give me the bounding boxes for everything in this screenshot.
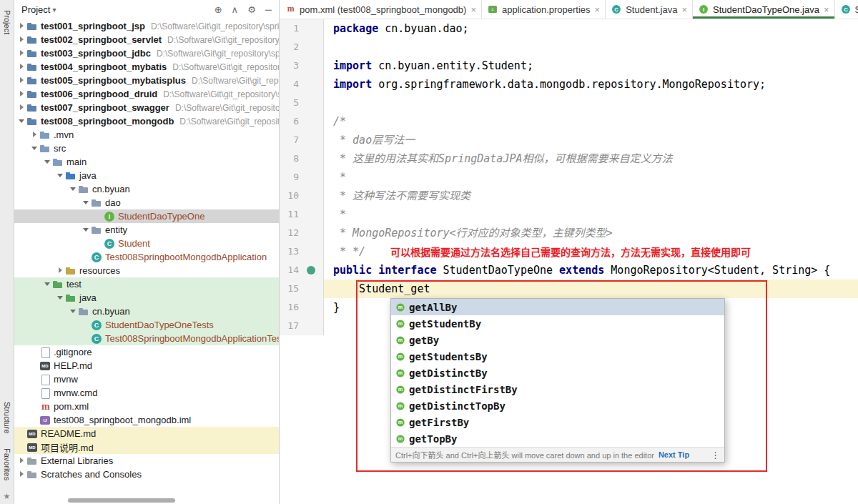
gutter[interactable]: 13 [280, 242, 324, 261]
tree-item-test001-springboot-jsp[interactable]: test001_springboot_jspD:\Software\Git\gi… [14, 19, 279, 33]
tool-window-button-project[interactable]: Project [3, 10, 11, 34]
chevron-right-icon[interactable] [17, 62, 26, 71]
completion-item-getallby[interactable]: getAllBy [391, 299, 724, 315]
chevron-down-icon[interactable] [43, 280, 52, 289]
tree-item-mvnw[interactable]: mvnw [14, 372, 279, 386]
tree-item-resources[interactable]: resources [14, 264, 279, 277]
gutter[interactable]: 1 [280, 19, 324, 38]
tree-item-test008springbootmongodbapplication[interactable]: Test008SpringbootMongodbApplication [14, 250, 279, 264]
completion-item-getdistinctfirstby[interactable]: getDistinctFirstBy [391, 381, 724, 397]
gutter[interactable]: 17 [280, 317, 324, 335]
chevron-down-icon[interactable] [56, 293, 65, 302]
tool-window-button-structure[interactable]: Structure [3, 402, 11, 434]
chevron-down-icon[interactable]: ▾ [52, 6, 56, 14]
gutter[interactable]: 10 [280, 187, 324, 205]
tab-studentdaotypeone-java[interactable]: StudentDaoTypeOne.java× [693, 0, 834, 19]
chevron-down-icon[interactable] [82, 198, 91, 207]
chevron-right-icon[interactable] [17, 21, 26, 31]
chevron-down-icon[interactable] [43, 157, 52, 167]
tab-close-icon[interactable]: × [681, 4, 687, 15]
completion-item-getstudentby[interactable]: getStudentBy [391, 315, 724, 332]
kebab-menu-icon[interactable]: ⋮ [711, 450, 720, 460]
code-line-9[interactable]: 9 * [280, 168, 858, 187]
tree-item-md[interactable]: 项目说明.md [14, 440, 279, 454]
chevron-down-icon[interactable] [30, 144, 39, 153]
tree-item-test008-springboot-mongodb[interactable]: test008_springboot_mongodbD:\Software\Gi… [14, 114, 279, 128]
chevron-right-icon[interactable] [17, 456, 26, 465]
gutter[interactable]: 11 [280, 205, 324, 224]
locate-file-icon[interactable]: ⊕ [214, 4, 222, 15]
chevron-right-icon[interactable] [17, 103, 26, 112]
hide-panel-icon[interactable]: ─ [265, 4, 272, 15]
chevron-right-icon[interactable] [17, 89, 26, 99]
chevron-right-icon[interactable] [17, 35, 26, 44]
tree-item-java[interactable]: java [14, 291, 279, 305]
chevron-right-icon[interactable] [17, 76, 26, 85]
tree-item-java[interactable]: java [14, 169, 279, 182]
code-line-2[interactable]: 2 [280, 38, 858, 56]
tab-student-java[interactable]: Student.java× [606, 0, 693, 19]
tree-item-cn-byuan[interactable]: cn.byuan [14, 182, 279, 196]
tree-item-help-md[interactable]: HELP.md [14, 359, 279, 372]
tree-item-test008springbootmongodbapplicationtests[interactable]: Test008SpringbootMongodbApplicationTests [14, 332, 279, 345]
code-line-5[interactable]: 5 [280, 94, 858, 112]
tree-item-gitignore[interactable]: .gitignore [14, 345, 279, 359]
settings-gear-icon[interactable]: ⚙ [247, 4, 256, 15]
code-line-11[interactable]: 11 * [280, 205, 858, 224]
tab-application-properties[interactable]: application.properties× [482, 0, 606, 19]
tab-pom-xml-test008-springboot-mongodb[interactable]: pom.xml (test008_springboot_mongodb)× [280, 0, 482, 19]
tree-item-test004-springboot-mybatis[interactable]: test004_springboot_mybatisD:\Software\Gi… [14, 60, 279, 74]
tree-item-mvn[interactable]: .mvn [14, 128, 279, 142]
tree-item-student[interactable]: Student [14, 237, 279, 250]
tree-item-readme-md[interactable]: README.md [14, 427, 279, 440]
chevron-right-icon[interactable] [17, 49, 26, 58]
next-tip-link[interactable]: Next Tip [659, 450, 689, 459]
tree-item-dao[interactable]: dao [14, 196, 279, 209]
code-line-7[interactable]: 7 * dao层写法一 [280, 131, 858, 149]
code-line-10[interactable]: 10 * 这种写法不需要写实现类 [280, 187, 858, 205]
interface-gutter-icon[interactable] [307, 266, 315, 275]
code-line-1[interactable]: 1package cn.byuan.dao; [280, 19, 858, 38]
gutter[interactable]: 6 [280, 112, 324, 131]
tree-item-studentdaotypeone[interactable]: StudentDaoTypeOne [14, 209, 279, 223]
code-line-4[interactable]: 4import org.springframework.data.mongodb… [280, 75, 858, 94]
tree-item-studentdaotypeonetests[interactable]: StudentDaoTypeOneTests [14, 318, 279, 332]
gutter[interactable]: 8 [280, 149, 324, 168]
tree-item-test007-springboot-swagger[interactable]: test007_springboot_swaggerD:\Software\Gi… [14, 101, 279, 114]
chevron-down-icon[interactable] [69, 184, 78, 194]
tab-st[interactable]: St [835, 0, 858, 19]
chevron-right-icon[interactable] [30, 130, 39, 139]
horizontal-scrollbar[interactable] [68, 498, 175, 503]
tree-item-mvnw-cmd[interactable]: mvnw.cmd [14, 386, 279, 400]
completion-item-gettopby[interactable]: getTopBy [391, 430, 724, 447]
chevron-right-icon[interactable] [17, 470, 26, 479]
tree-item-entity[interactable]: entity [14, 223, 279, 237]
gutter[interactable]: 12 [280, 224, 324, 242]
tree-item-scratches-and-consoles[interactable]: Scratches and Consoles [14, 468, 279, 481]
gutter[interactable]: 4 [280, 75, 324, 94]
code-line-3[interactable]: 3import cn.byuan.entity.Student; [280, 56, 858, 75]
favorites-star-icon[interactable]: ★ [4, 492, 11, 501]
gutter[interactable]: 15 [280, 280, 324, 298]
code-line-14[interactable]: 14public interface StudentDaoTypeOne ext… [280, 261, 858, 280]
completion-item-getstudentsby[interactable]: getStudentsBy [391, 348, 724, 365]
tab-close-icon[interactable]: × [595, 4, 601, 15]
tool-window-button-favorites[interactable]: Favorites [3, 448, 11, 480]
tab-close-icon[interactable]: × [470, 4, 476, 15]
project-panel-title[interactable]: Project [21, 4, 50, 15]
gutter[interactable]: 14 [280, 261, 324, 280]
collapse-all-icon[interactable]: ∧ [232, 4, 239, 15]
tree-item-test[interactable]: test [14, 277, 279, 291]
tree-item-cn-byuan[interactable]: cn.byuan [14, 305, 279, 318]
completion-item-getdistinctby[interactable]: getDistinctBy [391, 365, 724, 381]
tree-item-test006-springbood-druid[interactable]: test006_springbood_druidD:\Software\Git\… [14, 87, 279, 101]
code-line-8[interactable]: 8 * 这里的用法其实和SpringDataJPA相似，可根据需要来自定义方法 [280, 149, 858, 168]
tree-item-external-libraries[interactable]: External Libraries [14, 454, 279, 468]
chevron-down-icon[interactable] [82, 225, 91, 234]
chevron-down-icon[interactable] [69, 307, 78, 316]
code-line-12[interactable]: 12 * MongoRepository<行对应的对象类型，主键列类型> [280, 224, 858, 242]
tree-item-pom-xml[interactable]: pom.xml [14, 400, 279, 413]
tab-close-icon[interactable]: × [824, 4, 829, 15]
tree-item-src[interactable]: src [14, 142, 279, 155]
chevron-right-icon[interactable] [56, 266, 65, 275]
